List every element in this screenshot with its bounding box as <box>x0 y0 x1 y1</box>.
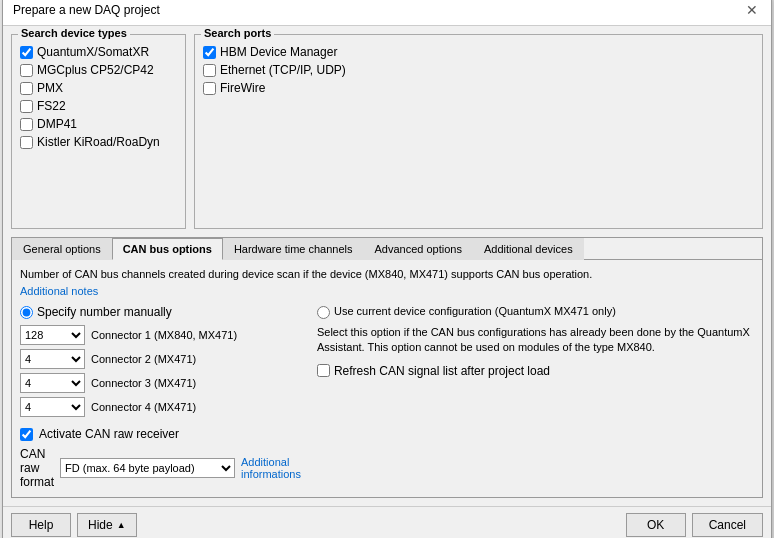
refresh-can-signal-checkbox[interactable] <box>317 364 330 377</box>
tab-content-can-bus: Number of CAN bus channels created durin… <box>12 260 762 497</box>
device-type-pmx-label: PMX <box>37 81 63 95</box>
port-firewire: FireWire <box>203 81 754 95</box>
device-type-quantumx-checkbox[interactable] <box>20 46 33 59</box>
specify-number-label: Specify number manually <box>37 305 172 319</box>
search-ports-legend: Search ports <box>201 27 274 39</box>
port-ethernet-label: Ethernet (TCP/IP, UDP) <box>220 63 346 77</box>
port-hbm: HBM Device Manager <box>203 45 754 59</box>
connector-3-label: Connector 3 (MX471) <box>91 377 196 389</box>
port-ethernet-checkbox[interactable] <box>203 64 216 77</box>
device-type-kistler-checkbox[interactable] <box>20 136 33 149</box>
port-hbm-checkbox[interactable] <box>203 46 216 59</box>
tab-advanced-options[interactable]: Advanced options <box>364 238 473 260</box>
device-type-kistler: Kistler KiRoad/RoaDyn <box>20 135 177 149</box>
connector-rows: 128 Connector 1 (MX840, MX471) 4 Connect… <box>20 325 301 417</box>
tab-general-options[interactable]: General options <box>12 238 112 260</box>
connector-3-select[interactable]: 4 <box>20 373 85 393</box>
hide-icon: ▲ <box>117 520 126 530</box>
device-type-fs22-checkbox[interactable] <box>20 100 33 113</box>
title-bar: Prepare a new DAQ project ✕ <box>3 0 771 26</box>
hide-label: Hide <box>88 518 113 532</box>
ok-button[interactable]: OK <box>626 513 686 537</box>
footer-right: OK Cancel <box>626 513 763 537</box>
tabs-container: General options CAN bus options Hardware… <box>11 237 763 498</box>
search-device-types-panel: Search device types QuantumX/SomatXR MGC… <box>11 34 186 229</box>
connector-row-3: 4 Connector 3 (MX471) <box>20 373 301 393</box>
use-current-label: Use current device configuration (Quantu… <box>334 305 616 317</box>
connector-row-4: 4 Connector 4 (MX471) <box>20 397 301 417</box>
can-bus-info-text: Number of CAN bus channels created durin… <box>20 268 754 280</box>
can-raw-format-row: CAN raw format FD (max. 64 byte payload)… <box>20 447 301 489</box>
search-device-types-legend: Search device types <box>18 27 130 39</box>
device-type-dmp41-label: DMP41 <box>37 117 77 131</box>
device-type-kistler-label: Kistler KiRoad/RoaDyn <box>37 135 160 149</box>
device-type-pmx: PMX <box>20 81 177 95</box>
connector-row-1: 128 Connector 1 (MX840, MX471) <box>20 325 301 345</box>
device-type-dmp41: DMP41 <box>20 117 177 131</box>
footer: Help Hide ▲ OK Cancel <box>3 506 771 538</box>
tab-hardware-time-channels[interactable]: Hardware time channels <box>223 238 364 260</box>
device-types-list: QuantumX/SomatXR MGCplus CP52/CP42 PMX F… <box>20 45 177 149</box>
tab-bar: General options CAN bus options Hardware… <box>12 238 762 260</box>
dialog: Prepare a new DAQ project ✕ Search devic… <box>2 0 772 538</box>
device-type-mgcplus-checkbox[interactable] <box>20 64 33 77</box>
connector-2-label: Connector 2 (MX471) <box>91 353 196 365</box>
can-raw-format-label: CAN raw format <box>20 447 54 489</box>
hide-button[interactable]: Hide ▲ <box>77 513 137 537</box>
device-type-fs22-label: FS22 <box>37 99 66 113</box>
device-type-dmp41-checkbox[interactable] <box>20 118 33 131</box>
device-type-mgcplus-label: MGCplus CP52/CP42 <box>37 63 154 77</box>
close-button[interactable]: ✕ <box>743 1 761 19</box>
port-firewire-checkbox[interactable] <box>203 82 216 95</box>
can-left-panel: Specify number manually 128 Connector 1 … <box>20 305 301 489</box>
connector-4-label: Connector 4 (MX471) <box>91 401 196 413</box>
footer-left: Help Hide ▲ <box>11 513 137 537</box>
refresh-can-signal-label: Refresh CAN signal list after project lo… <box>334 364 550 378</box>
connector-2-select[interactable]: 4 <box>20 349 85 369</box>
use-current-info-text: Select this option if the CAN bus config… <box>317 325 754 356</box>
dialog-title: Prepare a new DAQ project <box>13 3 160 17</box>
refresh-checkbox-row: Refresh CAN signal list after project lo… <box>317 364 754 378</box>
use-current-radio-row: Use current device configuration (Quantu… <box>317 305 754 319</box>
connector-1-label: Connector 1 (MX840, MX471) <box>91 329 237 341</box>
device-type-pmx-checkbox[interactable] <box>20 82 33 95</box>
connector-row-2: 4 Connector 2 (MX471) <box>20 349 301 369</box>
can-raw-format-select[interactable]: FD (max. 64 byte payload) Standard (max.… <box>60 458 235 478</box>
tab-additional-devices[interactable]: Additional devices <box>473 238 584 260</box>
dialog-body: Search device types QuantumX/SomatXR MGC… <box>3 26 771 506</box>
additional-informations-link[interactable]: Additional informations <box>241 456 301 480</box>
port-ethernet: Ethernet (TCP/IP, UDP) <box>203 63 754 77</box>
device-type-mgcplus: MGCplus CP52/CP42 <box>20 63 177 77</box>
use-current-radio[interactable] <box>317 306 330 319</box>
port-hbm-label: HBM Device Manager <box>220 45 337 59</box>
can-raw-receiver-row: Activate CAN raw receiver <box>20 427 301 441</box>
top-panels: Search device types QuantumX/SomatXR MGC… <box>11 34 763 229</box>
port-firewire-label: FireWire <box>220 81 265 95</box>
device-type-fs22: FS22 <box>20 99 177 113</box>
search-ports-panel: Search ports HBM Device Manager Ethernet… <box>194 34 763 229</box>
can-right-panel: Use current device configuration (Quantu… <box>317 305 754 489</box>
search-ports-list: HBM Device Manager Ethernet (TCP/IP, UDP… <box>203 45 754 95</box>
specify-number-radio[interactable] <box>20 306 33 319</box>
can-options-main: Specify number manually 128 Connector 1 … <box>20 305 754 489</box>
activate-can-raw-checkbox[interactable] <box>20 428 33 441</box>
additional-notes-link[interactable]: Additional notes <box>20 285 98 297</box>
connector-1-select[interactable]: 128 <box>20 325 85 345</box>
activate-can-raw-label: Activate CAN raw receiver <box>39 427 179 441</box>
cancel-button[interactable]: Cancel <box>692 513 763 537</box>
device-type-quantumx: QuantumX/SomatXR <box>20 45 177 59</box>
device-type-quantumx-label: QuantumX/SomatXR <box>37 45 149 59</box>
help-button[interactable]: Help <box>11 513 71 537</box>
connector-4-select[interactable]: 4 <box>20 397 85 417</box>
tab-can-bus-options[interactable]: CAN bus options <box>112 238 223 260</box>
specify-number-radio-row: Specify number manually <box>20 305 301 319</box>
